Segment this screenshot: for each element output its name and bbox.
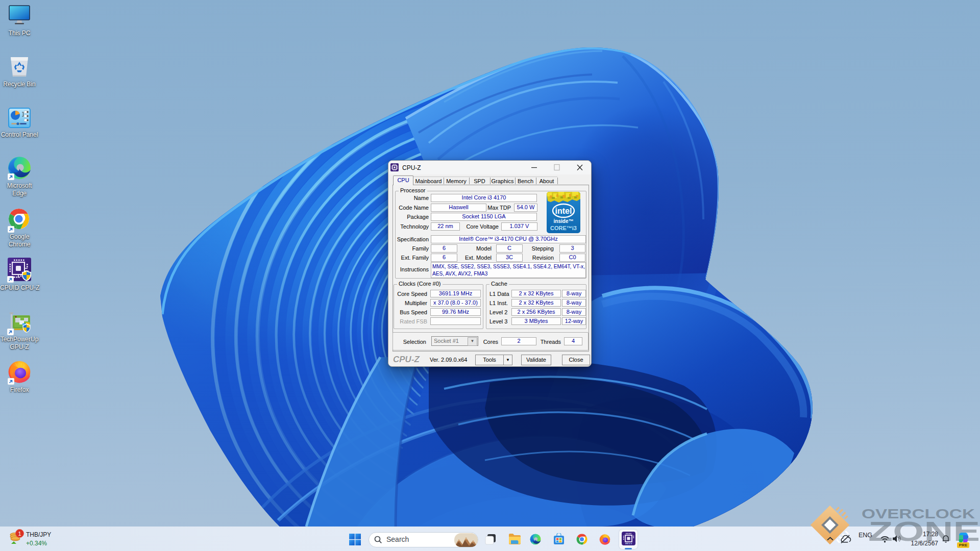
svg-text:intel: intel xyxy=(555,207,572,215)
svg-text:CORE™i3: CORE™i3 xyxy=(550,225,577,231)
svg-text:inside™: inside™ xyxy=(554,218,574,224)
